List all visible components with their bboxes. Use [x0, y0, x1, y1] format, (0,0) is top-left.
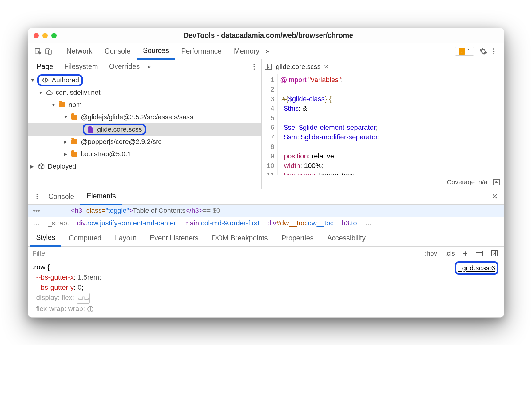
tree-glidepath[interactable]: ▼ @glidejs/glide@3.5.2/src/assets/sass: [28, 111, 261, 123]
tab-sources[interactable]: Sources: [137, 43, 175, 60]
caret-down-icon: ▼: [51, 102, 57, 107]
toolbar-separator: [57, 47, 57, 55]
tree-label: Deployed: [48, 162, 76, 170]
svg-point-6: [253, 64, 255, 65]
cls-toggle[interactable]: .cls: [443, 250, 457, 257]
info-icon[interactable]: i: [87, 306, 93, 312]
highlight-glidefile: glide.core.scss: [83, 124, 146, 135]
svg-point-4: [493, 50, 495, 52]
caret-right-icon: ▶: [64, 139, 69, 144]
tree-label: cdn.jsdelivr.net: [56, 89, 101, 97]
caret-right-icon: ▶: [30, 164, 36, 169]
tree-glidefile[interactable]: glide.core.scss: [28, 123, 261, 136]
tree-label: bootstrap@5.0.1: [81, 150, 131, 158]
crumb-item[interactable]: div.row.justify-content-md-center: [77, 219, 176, 227]
styles-tab-props[interactable]: Properties: [276, 230, 319, 246]
source-code[interactable]: @import "variables"; .#{$glide-class} { …: [278, 74, 380, 175]
tree-bootstrap[interactable]: ▶ bootstrap@5.0.1: [28, 148, 261, 160]
svg-point-14: [36, 198, 38, 199]
folder-icon: [70, 115, 78, 120]
nav-tab-filesystem[interactable]: Filesystem: [59, 59, 104, 74]
svg-point-8: [253, 68, 255, 70]
code-area[interactable]: 1234567891011 @import "variables"; .#{$g…: [262, 74, 504, 175]
drawer-tab-elements[interactable]: Elements: [80, 189, 122, 205]
inspect-element-icon[interactable]: [33, 46, 43, 57]
svg-point-13: [36, 196, 38, 197]
crumb-item[interactable]: div#dw__toc.dw__toc: [268, 219, 334, 227]
file-icon: [87, 126, 95, 133]
editor-tab-label: glide.core.scss: [276, 63, 321, 71]
sources-navigator: Page Filesystem Overrides » ▼ Authored: [28, 59, 262, 189]
line-gutter: 1234567891011: [262, 74, 278, 175]
new-rule-icon[interactable]: +: [461, 248, 470, 258]
css-rule[interactable]: _grid.scss:6 .row { --bs-gutter-x: 1.5re…: [28, 260, 504, 317]
crumb-more-left[interactable]: …: [33, 219, 40, 227]
tree-cdn[interactable]: ▼ cdn.jsdelivr.net: [28, 86, 261, 99]
svg-point-12: [36, 194, 38, 195]
crumb-item[interactable]: main.col-md-9.order-first: [184, 219, 260, 227]
styles-tab-layout[interactable]: Layout: [109, 230, 142, 246]
more-tabs-icon[interactable]: »: [266, 47, 269, 55]
svg-rect-2: [48, 50, 51, 54]
main-toolbar: Network Console Sources Performance Memo…: [28, 43, 504, 59]
source-tree[interactable]: ▼ Authored ▼ cdn.jsdelivr.net ▼ npm: [28, 74, 261, 189]
styles-tab-a11y[interactable]: Accessibility: [322, 230, 371, 246]
crumb-more-right[interactable]: …: [365, 219, 372, 227]
styles-tabs: Styles Computed Layout Event Listeners D…: [28, 230, 504, 247]
tree-label: @glidejs/glide@3.5.2/src/assets/sass: [81, 113, 193, 121]
tree-popper[interactable]: ▶ @popperjs/core@2.9.2/src: [28, 136, 261, 148]
caret-down-icon: ▼: [64, 115, 69, 120]
tab-console[interactable]: Console: [98, 43, 137, 59]
crumb-item[interactable]: _strap.: [48, 219, 69, 227]
tab-performance[interactable]: Performance: [175, 43, 228, 59]
settings-icon[interactable]: [478, 46, 489, 57]
window-title: DevTools - datacadamia.com/web/browser/c…: [38, 31, 498, 40]
toggle-sidebar-icon[interactable]: [265, 64, 272, 70]
styles-filter-row: :hov .cls +: [28, 247, 504, 260]
tab-network[interactable]: Network: [60, 43, 98, 59]
styles-tab-dombp[interactable]: DOM Breakpoints: [206, 230, 273, 246]
crumb-item[interactable]: h3.to: [342, 219, 357, 227]
close-drawer-icon[interactable]: ✕: [489, 192, 500, 201]
drawer-tab-console[interactable]: Console: [42, 189, 80, 204]
dom-selected-element[interactable]: ••• <h3 class="toggle">Table of Contents…: [28, 205, 504, 217]
hov-toggle[interactable]: :hov: [423, 250, 439, 257]
titlebar: DevTools - datacadamia.com/web/browser/c…: [28, 28, 504, 43]
editor-tab[interactable]: glide.core.scss ✕: [276, 63, 328, 71]
caret-right-icon: ▶: [64, 152, 69, 157]
rule-source[interactable]: _grid.scss:6: [455, 261, 498, 275]
drawer-kebab-icon[interactable]: [32, 191, 42, 202]
styles-tab-computed[interactable]: Computed: [63, 230, 107, 246]
highlight-authored: Authored: [37, 74, 83, 86]
close-tab-icon[interactable]: ✕: [324, 63, 328, 70]
code-icon: [41, 77, 49, 83]
svg-point-7: [253, 66, 255, 67]
cloud-icon: [45, 90, 53, 95]
issues-badge[interactable]: ! 1: [455, 47, 474, 56]
device-toggle-icon[interactable]: [43, 46, 54, 57]
kebab-menu-icon[interactable]: [489, 46, 499, 57]
styles-filter-input[interactable]: [32, 249, 419, 257]
nav-kebab-icon[interactable]: [250, 63, 258, 70]
folder-icon: [70, 152, 78, 157]
folder-icon: [70, 139, 78, 144]
sidebar-toggle-icon[interactable]: [489, 250, 500, 256]
tree-deployed[interactable]: ▶ Deployed: [28, 160, 261, 173]
svg-point-3: [493, 48, 495, 50]
tab-memory[interactable]: Memory: [228, 43, 266, 59]
tree-authored[interactable]: ▼ Authored: [28, 74, 261, 86]
svg-point-5: [493, 53, 495, 54]
breadcrumb[interactable]: … _strap. div.row.justify-content-md-cen…: [28, 217, 504, 230]
navigator-tabs: Page Filesystem Overrides »: [28, 59, 261, 74]
computed-toggle-icon[interactable]: [474, 251, 485, 256]
nav-tab-overrides[interactable]: Overrides: [104, 59, 145, 74]
box-icon: [37, 163, 45, 170]
tree-npm[interactable]: ▼ npm: [28, 99, 261, 111]
nav-more-icon[interactable]: »: [147, 63, 151, 71]
styles-tab-styles[interactable]: Styles: [30, 230, 61, 247]
styles-tab-listeners[interactable]: Event Listeners: [144, 230, 204, 246]
flex-badge-icon[interactable]: ▭▯▭: [77, 293, 90, 304]
expand-icon[interactable]: [493, 179, 500, 185]
nav-tab-page[interactable]: Page: [31, 59, 59, 74]
rule-selector: .row {: [32, 262, 500, 272]
